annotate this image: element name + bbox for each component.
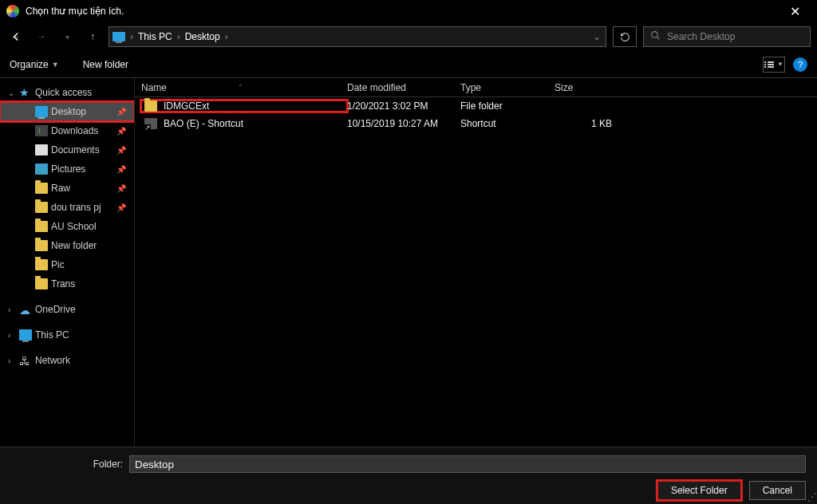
tree-item-trans[interactable]: Trans [0, 274, 134, 293]
pin-icon: 📌 [116, 203, 126, 212]
tree-item-documents[interactable]: Documents📌 [0, 140, 134, 159]
crumb-this-pc[interactable]: This PC [138, 31, 172, 42]
star-icon: ★ [19, 87, 32, 98]
file-name: IDMGCExt [164, 100, 209, 112]
tree-item-label: Documents [51, 144, 100, 156]
folder-icon [144, 100, 157, 112]
folder-icon [35, 183, 48, 194]
chevron-icon: › [8, 305, 16, 314]
title-bar: Chọn thư mục tiện ích. ✕ [0, 0, 817, 22]
tree-item-label: Network [35, 355, 70, 366]
toolbar: Organize▼ New folder ▼ ? [0, 51, 817, 78]
app-icon [6, 5, 19, 18]
folder-icon [35, 202, 48, 213]
tree-item-label: New folder [51, 240, 97, 251]
chevron-icon: ⌄ [8, 89, 16, 97]
tree-item-this-pc[interactable]: ›This PC [0, 325, 134, 345]
file-type: File folder [460, 100, 555, 112]
file-date: 10/15/2019 10:27 AM [347, 118, 460, 129]
address-bar[interactable]: › This PC › Desktop › ⌄ [109, 26, 606, 47]
search-box[interactable]: Search Desktop [643, 26, 811, 47]
search-icon [650, 30, 661, 43]
pin-icon: 📌 [116, 165, 126, 174]
nav-tree: ⌄★Quick accessDesktop📌Downloads📌Document… [0, 78, 134, 451]
forward-button[interactable]: → [32, 27, 51, 46]
chevron-icon: › [8, 356, 16, 365]
file-date: 1/20/2021 3:02 PM [347, 100, 460, 112]
net-icon: 🖧 [19, 355, 32, 366]
address-dropdown[interactable]: ⌄ [593, 31, 601, 42]
file-row[interactable]: BAO (E) - Shortcut10/15/2019 10:27 AMSho… [135, 115, 817, 132]
select-folder-button[interactable]: Select Folder [657, 481, 741, 500]
chevron-right-icon: › [177, 31, 180, 42]
pin-icon: 📌 [116, 184, 126, 193]
cloud-icon: ☁ [19, 304, 32, 315]
down-icon [35, 125, 48, 136]
pin-icon: 📌 [116, 146, 126, 155]
up-button[interactable]: ↑ [83, 27, 102, 46]
tree-item-label: Pic [51, 259, 65, 270]
tree-item-label: OneDrive [35, 304, 76, 315]
new-folder-button[interactable]: New folder [83, 59, 128, 70]
tree-item-desktop[interactable]: Desktop📌 [0, 102, 134, 121]
col-name[interactable]: Name [141, 82, 167, 93]
window-title: Chọn thư mục tiện ích. [26, 6, 779, 17]
file-type: Shortcut [460, 118, 555, 129]
dialog-footer: Folder: Select Folder Cancel ⋰ [0, 447, 817, 504]
file-list: Name˄ Date modified Type Size IDMGCExt1/… [134, 78, 817, 451]
column-headers[interactable]: Name˄ Date modified Type Size [135, 78, 817, 97]
close-button[interactable]: ✕ [779, 4, 811, 19]
pic-icon [35, 163, 48, 175]
view-options-button[interactable]: ▼ [763, 57, 785, 73]
folder-input[interactable] [129, 455, 806, 473]
col-date[interactable]: Date modified [347, 82, 460, 93]
folder-icon [35, 259, 48, 270]
tree-item-label: Downloads [51, 125, 98, 136]
svg-point-0 [652, 32, 658, 38]
folder-label: Folder: [11, 459, 123, 470]
chevron-right-icon: › [130, 31, 133, 42]
recent-dropdown[interactable]: ▾ [57, 27, 77, 46]
tree-item-pictures[interactable]: Pictures📌 [0, 159, 134, 179]
tree-item-label: Quick access [35, 87, 92, 98]
pc-icon [19, 329, 32, 341]
file-name: BAO (E) - Shortcut [164, 118, 243, 129]
tree-item-label: Desktop [51, 106, 86, 117]
chevron-right-icon: › [225, 31, 228, 42]
file-size: 1 KB [555, 118, 618, 129]
tree-item-quick-access[interactable]: ⌄★Quick access [0, 83, 134, 102]
tree-item-network[interactable]: ›🖧Network [0, 351, 134, 370]
doc-icon [35, 144, 48, 156]
tree-item-onedrive[interactable]: ›☁OneDrive [0, 300, 134, 319]
help-button[interactable]: ? [793, 57, 807, 72]
tree-item-downloads[interactable]: Downloads📌 [0, 121, 134, 140]
pin-icon: 📌 [116, 108, 126, 116]
shortcut-icon [144, 118, 157, 129]
tree-item-dou-trans-pj[interactable]: dou trans pj📌 [0, 198, 134, 217]
crumb-desktop[interactable]: Desktop [185, 31, 220, 42]
tree-item-label: This PC [35, 329, 69, 341]
folder-icon [35, 221, 48, 232]
search-placeholder: Search Desktop [667, 31, 735, 42]
refresh-button[interactable] [613, 26, 637, 47]
cancel-button[interactable]: Cancel [749, 481, 806, 500]
pin-icon: 📌 [116, 127, 126, 136]
col-size[interactable]: Size [555, 82, 618, 93]
tree-item-label: Raw [51, 183, 70, 194]
nav-bar: ← → ▾ ↑ › This PC › Desktop › ⌄ Search D… [0, 22, 817, 51]
tree-item-label: Pictures [51, 163, 85, 175]
folder-icon [35, 278, 48, 289]
folder-icon [35, 240, 48, 251]
tree-item-label: AU School [51, 221, 97, 232]
tree-item-raw[interactable]: Raw📌 [0, 179, 134, 198]
col-type[interactable]: Type [460, 82, 555, 93]
tree-item-au-school[interactable]: AU School [0, 217, 134, 236]
tree-item-label: dou trans pj [51, 202, 101, 213]
tree-item-pic[interactable]: Pic [0, 255, 134, 274]
resize-grip[interactable]: ⋰ [807, 491, 815, 502]
tree-item-new-folder[interactable]: New folder [0, 236, 134, 255]
organize-button[interactable]: Organize▼ [10, 59, 59, 70]
file-row[interactable]: IDMGCExt1/20/2021 3:02 PMFile folder [135, 97, 817, 115]
back-button[interactable]: ← [6, 27, 26, 46]
desktop-icon [35, 106, 48, 117]
